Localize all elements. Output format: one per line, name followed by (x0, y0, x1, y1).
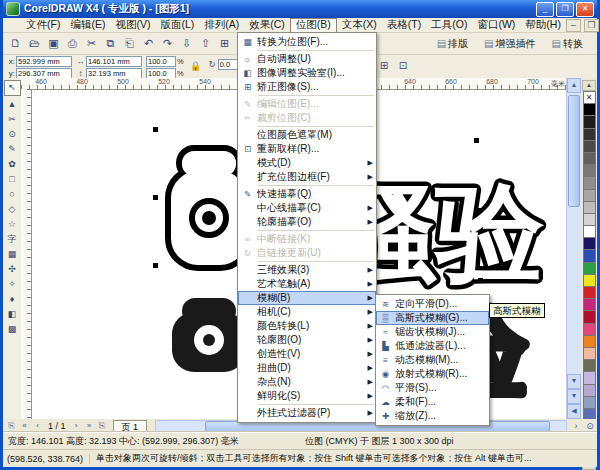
menu-item-图像调整实验室I[interactable]: ◧图像调整实验室(I)... (238, 66, 376, 80)
menu-item-艺术笔触A[interactable]: 艺术笔触(A)▶ (238, 277, 376, 291)
selection-handle[interactable] (476, 208, 481, 213)
text-tool[interactable]: 字 (5, 232, 20, 246)
save-icon[interactable]: ▣ (45, 35, 62, 52)
navigator-icon[interactable]: ◀ (567, 404, 581, 419)
outline-tool[interactable]: ♦ (5, 292, 20, 306)
smart-fill-tool[interactable]: ✿ (5, 157, 20, 171)
close-button[interactable]: ✕ (576, 2, 594, 17)
menu-item-相机C[interactable]: 相机(C)▶ (238, 305, 376, 319)
menubar-item-文本(X)[interactable]: 文本(X) (337, 18, 382, 31)
menu-item-平滑S[interactable]: ◠平滑(S)... (376, 381, 489, 395)
add-page-after-icon[interactable]: ⎘ (96, 421, 109, 431)
menu-item-动态模糊M[interactable]: ≡动态模糊(M)... (376, 353, 489, 367)
menubar-item-编辑(E)[interactable]: 编辑(E) (65, 18, 110, 31)
menu-item-转换为位图F[interactable]: ▦转换为位图(F)... (238, 35, 376, 49)
basic-shapes-tool[interactable]: ☆ (5, 217, 20, 231)
vertical-ruler[interactable] (21, 89, 32, 419)
menu-item-位图颜色遮罩M[interactable]: 位图颜色遮罩(M) (238, 128, 376, 142)
selection-handle[interactable] (153, 195, 158, 200)
menubar-item-位图(B)[interactable]: 位图(B) (290, 18, 337, 33)
bitmap-options-icon[interactable]: ⊡ (395, 58, 411, 74)
menubar-item-排列(A)[interactable]: 排列(A) (199, 18, 244, 31)
ellipse-tool[interactable]: ○ (5, 187, 20, 201)
menu-item-缩放Z[interactable]: ✚缩放(Z)... (376, 409, 489, 423)
menu-item-低通滤波器L[interactable]: ▙低通滤波器(L)... (376, 339, 489, 353)
menu-item-杂点N[interactable]: 杂点(N)▶ (238, 375, 376, 389)
menu-item-轮廓图O[interactable]: 轮廓图(O)▶ (238, 333, 376, 347)
selection-handle[interactable] (474, 138, 479, 143)
cut-icon[interactable]: ✂ (83, 35, 100, 52)
rectangle-tool[interactable]: □ (5, 172, 20, 186)
page-tab[interactable]: 页 1 (113, 420, 148, 433)
menubar-item-表格(T)[interactable]: 表格(T) (382, 18, 426, 31)
menu-item-外挂式过滤器P[interactable]: 外挂式过滤器(P)▶ (238, 406, 376, 420)
scroll-down-page-icon[interactable]: ▼ (567, 389, 581, 404)
pick-tool[interactable]: ↖ (4, 80, 21, 96)
enhanced-plugin-button[interactable]: ▤增强插件 (480, 35, 539, 52)
freehand-tool[interactable]: ✎ (5, 142, 20, 156)
doc-restore-button[interactable]: ❐ (584, 19, 599, 32)
menu-item-矫正图像S[interactable]: ⊞矫正图像(S)... (238, 80, 376, 94)
open-icon[interactable]: 🗁 (26, 35, 43, 52)
lock-ratio-icon[interactable]: 🔒 (188, 58, 204, 74)
menu-item-高斯式模糊G[interactable]: ▒高斯式模糊(G)... (376, 311, 489, 325)
redo-icon[interactable]: ↷ (159, 35, 176, 52)
selection-handle[interactable] (478, 278, 483, 283)
menu-item-扭曲D[interactable]: 扭曲(D)▶ (238, 361, 376, 375)
vertical-scrollbar[interactable]: ▲ ▼ ▼ ◀ (566, 78, 581, 419)
interactive-blend-tool[interactable]: ✣ (5, 262, 20, 276)
menu-item-创造性V[interactable]: 创造性(V)▶ (238, 347, 376, 361)
minimize-button[interactable]: _ (536, 2, 554, 17)
scroll-right-icon[interactable]: › (569, 421, 583, 431)
resample-bitmap-icon[interactable]: ⊞ (376, 58, 392, 74)
crop-tool[interactable]: ✂ (5, 112, 20, 126)
panning-zoom-icon[interactable]: ⊙ (583, 421, 597, 431)
layout-plugin-button[interactable]: ▤排版 (433, 35, 472, 52)
doc-minimize-button[interactable]: – (566, 19, 581, 32)
menubar-item-帮助(H)[interactable]: 帮助(H) (520, 18, 566, 31)
menubar-item-工具(O)[interactable]: 工具(O) (426, 18, 472, 31)
eyedropper-tool[interactable]: ✧ (5, 277, 20, 291)
no-color-swatch[interactable]: ✕ (583, 91, 596, 104)
menu-item-中心线描摹C[interactable]: 中心线描摹(C)▶ (238, 201, 376, 215)
selection-handle[interactable] (153, 263, 158, 268)
menu-item-三维效果3[interactable]: 三维效果(3)▶ (238, 263, 376, 277)
menu-item-轮廓描摹O[interactable]: 轮廓描摹(O)▶ (238, 215, 376, 229)
menu-item-柔和F[interactable]: ☁柔和(F)... (376, 395, 489, 409)
app-launcher-icon[interactable]: ⊞ (216, 35, 233, 52)
fill-tool[interactable]: ◧ (5, 307, 20, 321)
print-icon[interactable]: ⎙ (64, 35, 81, 52)
vscroll-thumb[interactable] (568, 95, 580, 207)
paste-icon[interactable]: ⎗ (121, 35, 138, 52)
export-icon[interactable]: ⇧ (197, 35, 214, 52)
menu-item-自动调整U[interactable]: ☼自动调整(U) (238, 52, 376, 66)
menu-item-扩充位图边框F[interactable]: 扩充位图边框(F)▶ (238, 170, 376, 184)
menubar-item-版面(L)[interactable]: 版面(L) (155, 18, 199, 31)
menu-item-模式D[interactable]: 模式(D)▶ (238, 156, 376, 170)
menu-item-模糊B[interactable]: 模糊(B)▶ (238, 291, 376, 305)
add-page-icon[interactable]: ⎘ (5, 421, 18, 431)
scroll-down-icon[interactable]: ▼ (567, 374, 581, 389)
scroll-up-icon[interactable]: ▲ (567, 78, 581, 93)
x-position-field[interactable]: 592.999 mm (16, 56, 72, 67)
scale-x-field[interactable]: 100.0 (146, 56, 176, 67)
object-width-field[interactable]: 146.101 mm (86, 56, 142, 67)
menubar-item-窗口(W)[interactable]: 窗口(W) (472, 18, 520, 31)
maximize-button[interactable]: ❐ (556, 2, 574, 17)
interactive-fill-tool[interactable]: ▩ (5, 322, 20, 336)
polygon-tool[interactable]: ◇ (5, 202, 20, 216)
menu-item-鲜明化S[interactable]: 鲜明化(S)▶ (238, 389, 376, 403)
convert-plugin-button[interactable]: ▤转换 (548, 35, 587, 52)
next-page-icon[interactable]: › (70, 421, 83, 431)
prev-page-icon[interactable]: ‹ (31, 421, 44, 431)
menubar-item-文件(F)[interactable]: 文件(F) (21, 18, 65, 31)
menu-item-锯齿状模糊J[interactable]: ≈锯齿状模糊(J)... (376, 325, 489, 339)
menu-item-颜色转换L[interactable]: 颜色转换(L)▶ (238, 319, 376, 333)
table-tool[interactable]: ▦ (5, 247, 20, 261)
menu-item-重新取样R[interactable]: ⊡重新取样(R)... (238, 142, 376, 156)
menu-item-放射式模糊R[interactable]: ◉放射式模糊(R)... (376, 367, 489, 381)
zoom-tool[interactable]: ⊙ (5, 127, 20, 141)
import-icon[interactable]: ⇩ (178, 35, 195, 52)
palette-scroll-up-icon[interactable]: ▲ (582, 80, 596, 91)
solid-phone-shape[interactable] (172, 298, 246, 372)
